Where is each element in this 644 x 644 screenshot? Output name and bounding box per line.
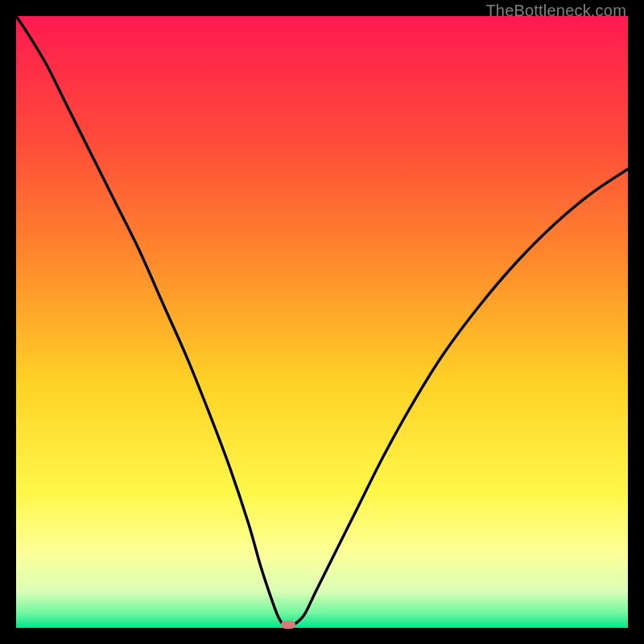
optimum-marker [281,621,295,629]
bottleneck-curve [16,16,628,628]
chart-plot-area [16,16,628,628]
